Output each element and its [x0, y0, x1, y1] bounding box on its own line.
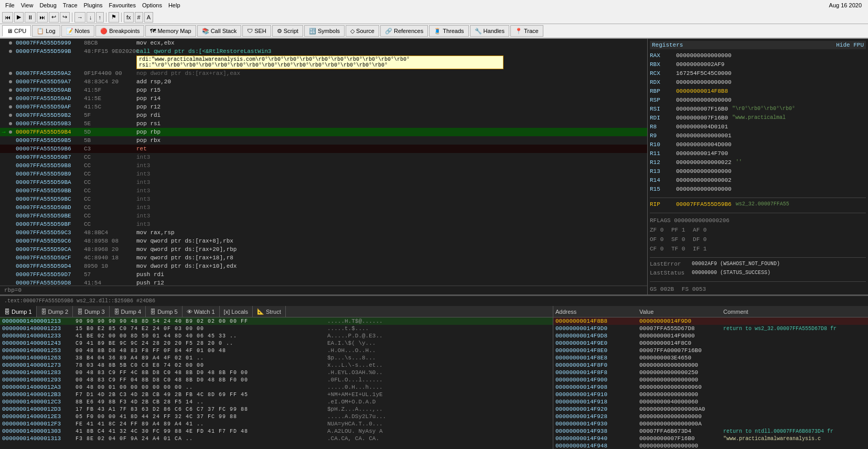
disasm-row[interactable]: 00007FFA555D59CF4C:8940 18mov qword ptr …	[0, 254, 647, 262]
dump-tab-locals[interactable]: [x]Locals	[220, 306, 253, 317]
tf-label[interactable]: TF 0	[671, 246, 685, 252]
disasm-row[interactable]: 00007FFA555D59BBCCint3	[0, 187, 647, 195]
disasm-row[interactable]: 00007FFA555D59AB41:5Fpop r15	[0, 86, 647, 94]
menu-view[interactable]: View	[18, 0, 37, 10]
reg-value[interactable]: 0000000000000002	[676, 176, 732, 184]
dump-tab-struct[interactable]: 📐Struct	[253, 306, 286, 317]
disasm-row[interactable]: 00007FFA555D59BFCCint3	[0, 220, 647, 228]
hide-fpu-button[interactable]: Hide FPU	[836, 42, 864, 48]
menu-plugins[interactable]: Plugins	[81, 0, 106, 10]
disasm-row[interactable]: 00007FFA555D599B48:FF15 9E020200call qwo…	[0, 47, 647, 56]
stack-row[interactable]: 00000000014F9E000000000014F8C0	[553, 340, 868, 347]
tab-source[interactable]: ◇ Source	[346, 25, 379, 37]
disasm-row[interactable]: 00007FFA555D59D48950 10mov dword ptr ds:…	[0, 262, 647, 270]
menu-debug[interactable]: Debug	[36, 0, 59, 10]
reg-value[interactable]: 0000000000000000	[676, 51, 732, 60]
disasm-row[interactable]: 00007FFA555D59BDCCint3	[0, 203, 647, 212]
breakpoint-dot[interactable]	[7, 89, 14, 92]
stack-row[interactable]: 00000000014F8F800000000000000250	[553, 369, 868, 376]
disasm-row[interactable]: 00007FFA555D59998BCBmov ecx,ebx	[0, 39, 647, 47]
dump-row[interactable]: 000000014000012E305 F0 00 00 41 8D 44 24…	[0, 413, 553, 420]
reg-value[interactable]: 0000000000000000	[676, 167, 732, 176]
disasm-row[interactable]: 00007FFA555D59CA48:8968 20mov qword ptr …	[0, 245, 647, 254]
dump-tab-dump-4[interactable]: 🗄Dump 4	[110, 306, 146, 317]
disasm-row[interactable]: 00007FFA555D59B9CCint3	[0, 170, 647, 178]
reg-value[interactable]: 00000000002AF9	[676, 60, 724, 69]
tab-trace[interactable]: 📍 Trace	[510, 25, 543, 37]
dump-row[interactable]: 0000000140000129300 48 83 C9 FF 04 8B D8…	[0, 376, 553, 384]
disasm-row[interactable]: 00007FFA555D59C348:8BC4mov rax,rsp	[0, 228, 647, 237]
stack-row[interactable]: 00000000014F928000000000000000000	[553, 413, 868, 420]
tab-call-stack[interactable]: 📚 Call Stack	[197, 25, 242, 37]
stack-content[interactable]: 00000000014F8B8 00000000014F9D0 00000000…	[553, 317, 868, 449]
stack-row[interactable]: 00000000014F92000000000000000000A0	[553, 406, 868, 413]
disasm-row[interactable]: 00007FFA555D59B8CCint3	[0, 161, 647, 170]
reg-value[interactable]: 0000000000000000	[676, 78, 732, 86]
btn-step-over[interactable]: ⏭	[37, 12, 48, 23]
dump-row[interactable]: 0000000140000130341 8B C4 41 32 4C 30 FC…	[0, 428, 553, 435]
menu-help[interactable]: Help	[165, 0, 184, 10]
stack-row[interactable]: 00000000014F91000000000000000000	[553, 391, 868, 398]
btn-fx[interactable]: fx	[124, 12, 134, 23]
reg-value[interactable]: 00000000014F700	[676, 149, 728, 158]
reg-value[interactable]: 0000000000000000	[676, 96, 732, 104]
reg-value[interactable]: 0000000000000001	[676, 132, 732, 140]
tab-memory-map[interactable]: 🗺 Memory Map	[145, 25, 196, 37]
stack-row[interactable]: 00000000014F8B8 00000000014F9D0	[553, 317, 868, 325]
reg-value[interactable]: 0000000000000000	[676, 185, 732, 193]
disasm-row[interactable]: 00007FFA555D59AD41:5Epop r14	[0, 94, 647, 103]
of-label[interactable]: OF 0	[650, 236, 663, 243]
breakpoint-dot[interactable]	[7, 50, 14, 53]
df-label[interactable]: DF 0	[693, 236, 706, 243]
stack-row[interactable]: 00000000014F94000000000007F16B0"www.prac…	[553, 435, 868, 442]
zf-label[interactable]: ZF 0	[650, 227, 663, 233]
dump-tab-dump-3[interactable]: 🗄Dump 3	[73, 306, 110, 317]
stack-row[interactable]: 00000000014F8E000007FFA00007F16B0	[553, 347, 868, 354]
reg-value[interactable]: 0000000000000022	[676, 158, 732, 167]
btn-restart[interactable]: ⏮	[2, 12, 13, 23]
reg-value[interactable]: 00000000014F8B8	[676, 87, 728, 95]
stack-row[interactable]: 00000000014F93000000000000000000A	[553, 420, 868, 428]
btn-run[interactable]: ▶	[14, 12, 24, 23]
dump-row[interactable]: 00000001400001243C9 41 89 BE 9C 9C 24 28…	[0, 340, 553, 347]
dump-row[interactable]: 0000000140000126338 B4 04 36 89 A4 89 A4…	[0, 354, 553, 362]
btn-font[interactable]: A	[144, 12, 153, 23]
menu-trace[interactable]: Trace	[60, 0, 81, 10]
cf-label[interactable]: CF 0	[650, 246, 663, 252]
btn-arrow-down[interactable]: ↓	[87, 12, 95, 23]
breakpoint-dot[interactable]	[7, 41, 14, 45]
reg-value[interactable]: 0000000007F16B0	[676, 105, 728, 113]
breakpoint-dot[interactable]	[7, 105, 14, 108]
dump-row[interactable]: 0000000140000128300 48 83 C9 FF 4C 8B D8…	[0, 369, 553, 376]
dump-row[interactable]: 0000000140000127378 03 48 8B 5B C0 C8 E8…	[0, 362, 553, 369]
stack-row[interactable]: 00000000014F8E80000000003E4650	[553, 354, 868, 362]
dump-row[interactable]: 000000014000012D317 FB 43 A1 7F 83 63 D2…	[0, 406, 553, 413]
dump-tab-dump-5[interactable]: 🗄Dump 5	[146, 306, 183, 317]
btn-breakpoint[interactable]: ⚑	[109, 12, 119, 23]
disasm-row[interactable]: 00007FFA555D59D757push rdi	[0, 270, 647, 279]
btn-arrow-right[interactable]: →	[74, 12, 85, 23]
dump-row[interactable]: 0000000140000122315 B0 E2 85 C0 74 E2 24…	[0, 325, 553, 332]
menu-options[interactable]: Options	[139, 0, 165, 10]
dump-tab-watch-1[interactable]: 👁Watch 1	[183, 306, 220, 317]
tab-script[interactable]: ⚙ Script	[272, 25, 303, 37]
reg-value[interactable]: 000000000004D000	[676, 140, 732, 149]
rip-val[interactable]: 00007FFA555D59B6	[676, 200, 732, 209]
disasm-row[interactable]: 00007FFA555D59B35Epop rsi	[0, 119, 647, 128]
dump-tab-dump-1[interactable]: 🗄Dump 1	[0, 306, 37, 317]
disasm-row[interactable]: →00007FFA555D59B45Dpop rbp	[0, 128, 647, 136]
af-label[interactable]: AF 0	[693, 227, 706, 233]
stack-row[interactable]: 00000000014F8F000000000000000000	[553, 362, 868, 369]
disasm-row[interactable]: 00007FFA555D59BACCint3	[0, 178, 647, 187]
disasm-row[interactable]: 00007FFA555D59C648:8958 08mov qword ptr …	[0, 237, 647, 245]
tab-handles[interactable]: 🔧 Handles	[470, 25, 509, 37]
menu-favourites[interactable]: Favourites	[106, 0, 139, 10]
disasm-row[interactable]: 00007FFA555D59BCCCint3	[0, 195, 647, 203]
tab-breakpoints[interactable]: 🔴 Breakpoints	[95, 25, 144, 37]
breakpoint-dot[interactable]	[7, 97, 14, 100]
stack-row[interactable]: 00000000014F9D800000000014F9000	[553, 332, 868, 340]
dump-row[interactable]: 000000014000012B3F7 D1 4D 2B C3 4D 2B CB…	[0, 391, 553, 398]
menu-file[interactable]: File	[2, 0, 18, 10]
tab-log[interactable]: 📋 Log	[32, 25, 60, 37]
dump-row[interactable]: 000000014000012C38B E6 49 8B F3 4D 2B CB…	[0, 398, 553, 406]
